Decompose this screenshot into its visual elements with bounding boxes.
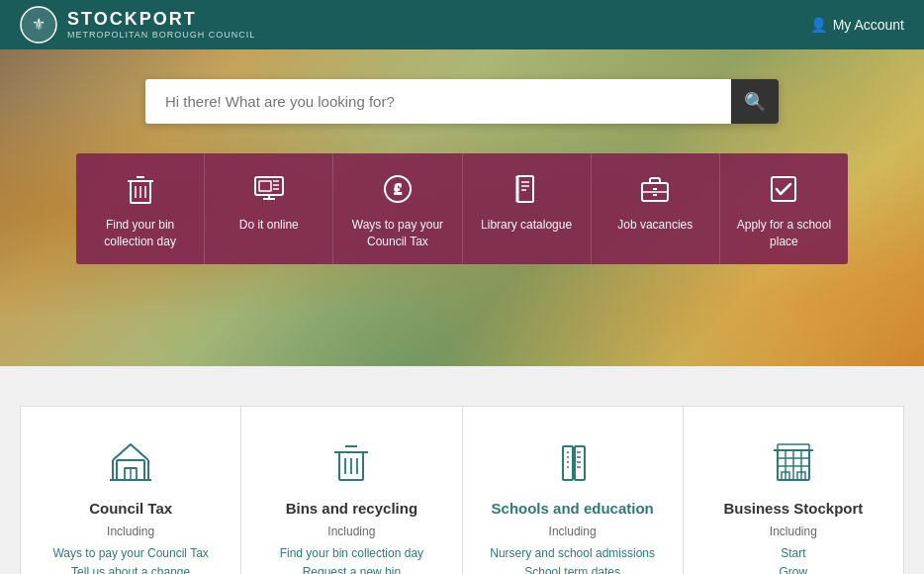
house-icon (105, 436, 156, 488)
hero-section: 🔍 Find your bincollection day (0, 49, 924, 366)
quick-link-council-tax-label: Ways to pay yourCouncil Tax (352, 217, 443, 250)
quick-link-jobs[interactable]: Job vacancies (592, 153, 720, 264)
services-grid: Council Tax Including Ways to pay your C… (20, 406, 904, 574)
schools-title: Schools and education (492, 500, 654, 517)
quick-link-council-tax[interactable]: £ Ways to pay yourCouncil Tax (333, 153, 462, 264)
svg-rect-27 (772, 177, 795, 201)
quick-link-do-online-label: Do it online (239, 217, 299, 234)
service-card-council-tax[interactable]: Council Tax Including Ways to pay your C… (21, 407, 241, 574)
logo-text: STOCKPORT Metropolitan Borough Council (67, 10, 255, 40)
council-tax-link-2[interactable]: Tell us about a change (71, 563, 190, 574)
logo-area[interactable]: ⚜ STOCKPORT Metropolitan Borough Council (20, 6, 255, 44)
schools-link-1[interactable]: Nursery and school admissions (490, 544, 655, 563)
svg-rect-18 (517, 176, 533, 202)
monitor-icon (251, 171, 287, 207)
svg-text:£: £ (394, 181, 402, 197)
schools-link-2[interactable]: School term dates (524, 563, 620, 574)
council-tax-link-1[interactable]: Ways to pay your Council Tax (52, 544, 208, 563)
council-tax-title: Council Tax (89, 500, 172, 517)
quick-link-school-label: Apply for a schoolplace (737, 217, 831, 250)
service-building-icon (768, 436, 819, 488)
svg-rect-12 (259, 181, 271, 191)
svg-text:⚜: ⚜ (32, 16, 46, 33)
bins-title: Bins and recycling (286, 500, 417, 517)
bin-icon (123, 171, 158, 207)
quick-link-jobs-label: Job vacancies (617, 217, 693, 234)
services-section: Council Tax Including Ways to pay your C… (0, 366, 924, 574)
person-icon: 👤 (810, 17, 827, 33)
business-link-2[interactable]: Grow (780, 563, 808, 574)
service-card-schools[interactable]: Schools and education Including Nursery … (463, 407, 684, 574)
business-title: Business Stockport (723, 500, 863, 517)
bins-link-1[interactable]: Find your bin collection day (280, 544, 423, 563)
bins-link-2[interactable]: Request a new bin (303, 563, 401, 574)
quick-link-do-online[interactable]: Do it online (205, 153, 333, 264)
pound-icon: £ (380, 171, 416, 207)
logo-title: STOCKPORT (67, 10, 255, 30)
council-crest-icon: ⚜ (20, 6, 57, 44)
briefcase-icon (637, 171, 673, 207)
bins-including: Including (327, 525, 375, 538)
schools-including: Including (549, 525, 597, 538)
quick-link-library-label: Library catalogue (481, 217, 572, 234)
quick-link-school[interactable]: Apply for a schoolplace (720, 153, 848, 264)
service-school-icon (547, 436, 599, 488)
svg-rect-40 (563, 446, 573, 480)
logo-subtitle: Metropolitan Borough Council (67, 30, 255, 40)
site-header: ⚜ STOCKPORT Metropolitan Borough Council… (0, 0, 924, 49)
search-input[interactable] (145, 79, 779, 124)
service-card-bins[interactable]: Bins and recycling Including Find your b… (241, 407, 462, 574)
business-link-1[interactable]: Start (781, 544, 805, 563)
service-card-business[interactable]: Business Stockport Including Start Grow (684, 407, 903, 574)
my-account-label: My Account (833, 17, 904, 33)
check-square-icon (766, 171, 801, 207)
search-icon: 🔍 (744, 91, 766, 113)
quick-link-library[interactable]: Library catalogue (463, 153, 592, 264)
quick-link-find-bin[interactable]: Find your bincollection day (76, 153, 205, 264)
council-tax-including: Including (107, 525, 154, 538)
service-bin-icon (325, 436, 377, 488)
my-account-link[interactable]: 👤 My Account (810, 17, 904, 33)
business-including: Including (770, 525, 817, 538)
quick-links-panel: Find your bincollection day Do it online… (76, 153, 848, 264)
search-container: 🔍 (145, 79, 779, 124)
svg-rect-41 (575, 446, 585, 480)
quick-link-find-bin-label: Find your bincollection day (104, 217, 176, 250)
search-button[interactable]: 🔍 (731, 79, 779, 124)
book-icon (508, 171, 544, 207)
